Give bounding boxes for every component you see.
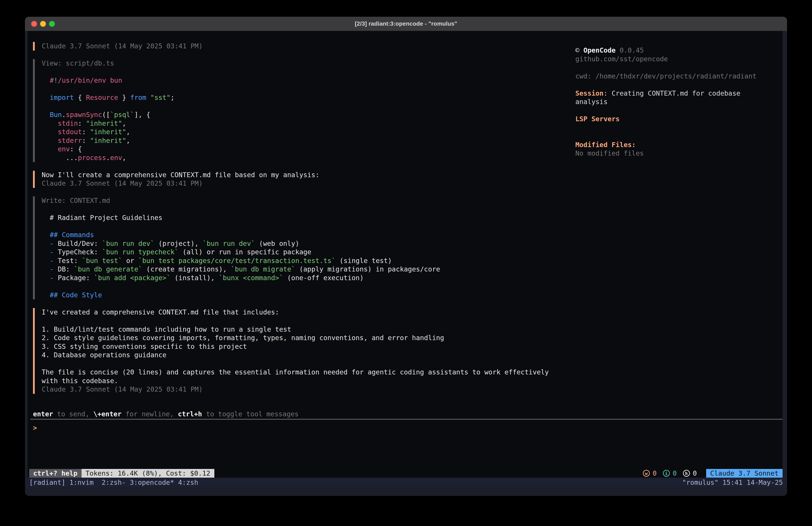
close-window-button[interactable]: [31, 21, 37, 27]
text-segment: env: [110, 154, 122, 161]
text-segment: import: [50, 94, 74, 101]
text-line: stdin: "inherit",: [42, 119, 568, 128]
text-segment: OpenCode: [583, 46, 616, 54]
text-line: #!/usr/bin/env bun: [42, 76, 568, 85]
tokens-cost-badge: Tokens: 16.4K (8%), Cost: $0.12: [82, 469, 214, 478]
text-line: 2. Code style guidelines covering import…: [42, 333, 568, 342]
text-segment: with this codebase.: [42, 377, 118, 385]
lsp-w-count: w0: [643, 469, 657, 477]
text-segment: DB:: [54, 265, 74, 273]
text-line: Now I'll create a comprehensive CONTEXT.…: [42, 171, 568, 180]
text-segment: [42, 240, 50, 247]
text-segment: :: [82, 128, 90, 136]
prompt-input[interactable]: >: [33, 424, 37, 432]
text-segment: [42, 119, 58, 127]
chat-history[interactable]: Claude 3.7 Sonnet (14 May 2025 03:41 PM)…: [33, 42, 568, 402]
opencode-tui: Claude 3.7 Sonnet (14 May 2025 03:41 PM)…: [28, 31, 783, 478]
text-segment: 4. Database operations guidance: [42, 351, 166, 359]
diagnostic-count: 0: [653, 469, 657, 477]
text-segment: [146, 94, 150, 101]
text-segment: -: [50, 274, 54, 282]
text-segment: [42, 257, 50, 265]
text-segment: "inherit": [90, 128, 126, 136]
text-segment: !: [54, 76, 58, 84]
text-line: [42, 205, 568, 214]
terminal-window: [2/3] radiant:3:opencode - "romulus" Cla…: [25, 17, 787, 496]
text-segment: LSP Servers: [575, 115, 620, 123]
text-segment: or: [122, 257, 138, 265]
text-segment: stdout: [58, 128, 82, 136]
text-segment: ...: [42, 154, 78, 161]
text-segment: .: [106, 154, 110, 161]
status-spacer: [214, 469, 643, 478]
tool-write-context-md: Write: CONTEXT.md # Radiant Project Guid…: [33, 196, 568, 299]
circled-w-icon: w: [643, 470, 650, 477]
tmux-session-windows[interactable]: [radiant] 1:nvim 2:zsh- 3:opencode* 4:zs…: [29, 479, 198, 486]
text-line: analysis: [575, 98, 783, 106]
text-segment: `bun run dev`: [102, 240, 155, 247]
text-segment: Modified Files:: [575, 141, 636, 149]
text-segment: Claude 3.7 Sonnet (14 May 2025 03:41 PM): [42, 42, 203, 50]
window-titlebar[interactable]: [2/3] radiant:3:opencode - "romulus": [25, 17, 787, 31]
text-segment: : {: [70, 145, 82, 153]
text-segment: `bun test packages/core/test/transaction…: [139, 257, 336, 265]
minimize-window-button[interactable]: [40, 21, 46, 27]
text-line: - Build/Dev: `bun run dev` (project), `b…: [42, 239, 568, 248]
text-segment: cwd: /home/thdxr/dev/projects/radiant/ra…: [575, 72, 756, 80]
text-segment: Test:: [54, 257, 82, 265]
text-line: [42, 359, 568, 368]
text-segment: [42, 248, 50, 256]
text-segment: (one-off execution): [283, 274, 364, 282]
tmux-status-bar: [radiant] 1:nvim 2:zsh- 3:opencode* 4:zs…: [25, 478, 787, 487]
text-segment: Claude 3.7 Sonnet (14 May 2025 03:41 PM): [42, 385, 203, 393]
text-segment: Creating CONTEXT.md for codebase: [612, 89, 740, 97]
text-line: ## Code Style: [42, 291, 568, 300]
text-line: The file is concise (20 lines) and captu…: [42, 368, 568, 377]
text-segment: 0.0.45: [620, 46, 644, 54]
help-shortcut-badge[interactable]: ctrl+? help: [29, 469, 82, 478]
text-line: Claude 3.7 Sonnet (14 May 2025 03:41 PM): [42, 179, 568, 188]
text-segment: (project),: [155, 240, 203, 247]
text-line: # Radiant Project Guidelines: [42, 214, 568, 222]
lsp-h-count: h0: [683, 469, 697, 477]
text-segment: `bunx <command>`: [219, 274, 283, 282]
text-segment: `bun run dev`: [203, 240, 255, 247]
text-segment: Package:: [54, 274, 94, 282]
text-line: I've created a comprehensive CONTEXT.md …: [42, 308, 568, 317]
text-segment: `bun db generate`: [74, 265, 142, 273]
text-line: Session: Creating CONTEXT.md for codebas…: [575, 89, 783, 98]
text-line: - TypeCheck: `bun run typecheck` (all) o…: [42, 248, 568, 257]
text-line: env: {: [42, 145, 568, 154]
keybinding-help: enter to send, \+enter for newline, ctrl…: [33, 410, 299, 418]
diagnostic-count: 0: [693, 469, 697, 477]
text-line: [575, 63, 783, 72]
text-segment: ,: [126, 137, 130, 144]
text-line: ## Commands: [42, 231, 568, 239]
text-segment: The file is concise (20 lines) and captu…: [42, 368, 549, 376]
text-segment: to toggle tool messages: [202, 410, 299, 418]
text-line: Claude 3.7 Sonnet (14 May 2025 03:41 PM): [42, 42, 568, 51]
model-badge[interactable]: Claude 3.7 Sonnet: [706, 469, 783, 478]
text-segment: Session: [575, 89, 604, 97]
text-segment: env: [58, 145, 70, 153]
text-segment: `bun add <package>`: [94, 274, 171, 282]
text-segment: (all) or run in specific package: [178, 248, 311, 256]
text-segment: (web only): [255, 240, 299, 247]
text-segment: Build/Dev:: [54, 240, 102, 247]
text-line: © OpenCode 0.0.45: [575, 46, 783, 55]
text-segment: I've created a comprehensive CONTEXT.md …: [42, 308, 279, 316]
text-line: [42, 102, 568, 111]
text-line: Modified Files:: [575, 141, 783, 149]
text-segment: ,: [126, 128, 130, 136]
text-line: ...process.env,: [42, 154, 568, 162]
text-segment: # Radiant Project Guidelines: [42, 214, 162, 222]
zoom-window-button[interactable]: [49, 21, 55, 27]
text-segment: -: [50, 257, 54, 265]
text-segment: stderr: [58, 137, 82, 144]
text-line: [42, 316, 568, 325]
text-line: [42, 68, 568, 76]
text-segment: ctrl+h: [178, 410, 202, 418]
text-segment: #: [50, 76, 54, 84]
circled-h-icon: h: [683, 470, 690, 477]
text-segment: ## Commands: [50, 231, 94, 239]
